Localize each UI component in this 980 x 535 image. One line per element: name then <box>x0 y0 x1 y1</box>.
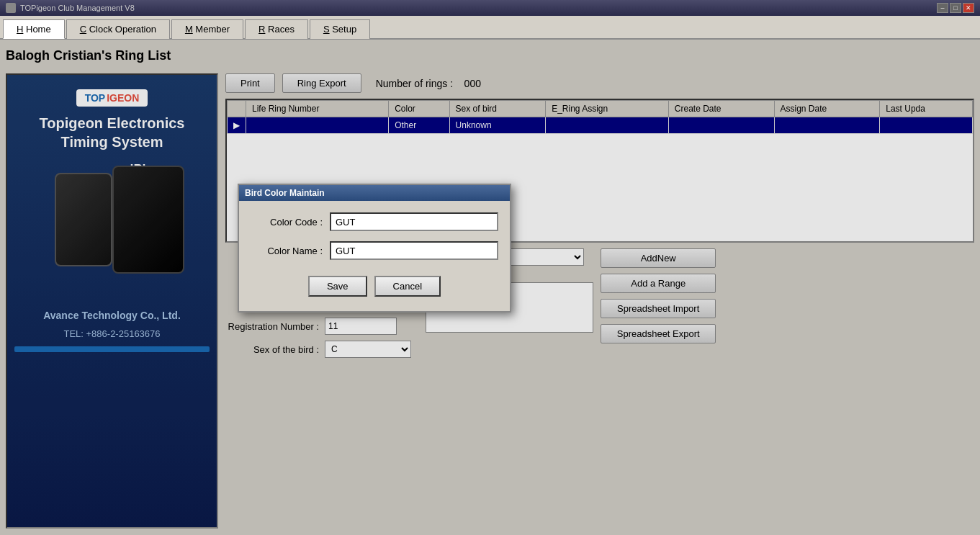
app-icon <box>6 3 16 13</box>
dialog-color-code-label: Color Code : <box>251 217 323 228</box>
minimize-button[interactable]: – <box>937 3 948 13</box>
dialog-save-button[interactable]: Save <box>308 276 367 297</box>
dialog-buttons: Save Cancel <box>251 270 498 300</box>
app-title: TOPigeon Club Management V8 <box>20 4 135 12</box>
tab-races[interactable]: R Races <box>245 19 308 39</box>
dialog-title-bar: Bird Color Maintain <box>239 185 510 201</box>
tab-member[interactable]: M Member <box>171 19 243 39</box>
main-window: H Home C Clock Operation M Member R Race… <box>0 16 980 535</box>
tab-clock[interactable]: C Clock Operation <box>66 19 170 39</box>
bird-color-dialog: Bird Color Maintain Color Code : Color N… <box>238 184 511 313</box>
menu-tabs: H Home C Clock Operation M Member R Race… <box>0 16 980 40</box>
dialog-color-name-label: Color Name : <box>251 246 323 256</box>
maximize-button[interactable]: □ <box>950 3 961 13</box>
tab-home[interactable]: H Home <box>3 19 65 39</box>
dialog-body: Color Code : Color Name : Save Cancel <box>239 201 510 311</box>
content-area: Balogh Cristian's Ring List TOP IGEON To… <box>0 40 980 535</box>
dialog-color-code-row: Color Code : <box>251 212 498 231</box>
dialog-color-name-input[interactable] <box>330 241 498 260</box>
dialog-color-code-input[interactable] <box>330 212 498 231</box>
close-button[interactable]: ✕ <box>963 3 974 13</box>
tab-setup[interactable]: S Setup <box>310 19 370 39</box>
dialog-title: Bird Color Maintain <box>245 188 325 198</box>
dialog-color-name-row: Color Name : <box>251 241 498 260</box>
window-controls: – □ ✕ <box>937 3 974 13</box>
dialog-cancel-button[interactable]: Cancel <box>374 276 441 297</box>
title-bar: TOPigeon Club Management V8 – □ ✕ <box>0 0 980 16</box>
